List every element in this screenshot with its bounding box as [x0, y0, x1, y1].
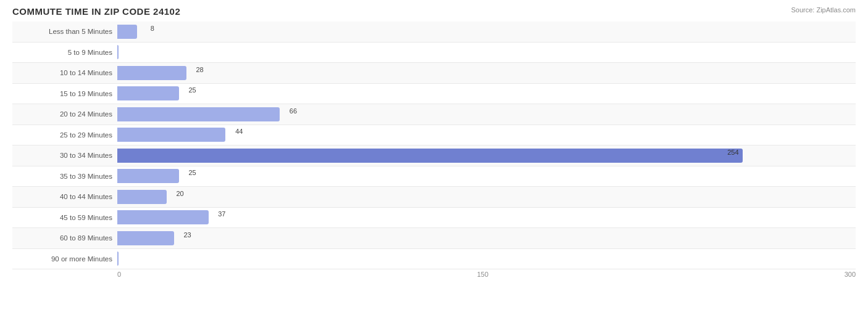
bar-track: [117, 249, 856, 269]
bar-value-label: 25: [188, 169, 196, 176]
bar-row: 10 to 14 Minutes28: [12, 63, 856, 84]
bar-track: 25: [117, 84, 856, 104]
bar-track: 37: [117, 208, 856, 228]
bar-row: 35 to 39 Minutes25: [12, 166, 856, 187]
bar-fill: 254: [117, 149, 743, 163]
bar-track: 20: [117, 187, 856, 207]
bar-rows: Less than 5 Minutes85 to 9 Minutes10 to …: [12, 22, 856, 269]
bar-value-label: 44: [235, 128, 243, 135]
chart-title: COMMUTE TIME IN ZIP CODE 24102: [12, 6, 856, 17]
bar-fill: 44: [117, 128, 225, 142]
bar-track: 8: [117, 22, 856, 42]
bar-row: 45 to 59 Minutes37: [12, 208, 856, 229]
bar-label: 25 to 29 Minutes: [12, 131, 117, 139]
x-axis-label: 150: [477, 271, 488, 284]
bar-value-label: 25: [188, 86, 196, 94]
bar-label: 20 to 24 Minutes: [12, 110, 117, 118]
bar-row: 60 to 89 Minutes23: [12, 228, 856, 249]
bar-label: 90 or more Minutes: [12, 255, 117, 263]
bar-row: 15 to 19 Minutes25: [12, 84, 856, 105]
bar-track: 25: [117, 166, 856, 187]
x-axis-label: 300: [845, 271, 856, 284]
chart-area: Less than 5 Minutes85 to 9 Minutes10 to …: [12, 22, 856, 283]
bar-track: 44: [117, 125, 856, 145]
bar-value-label: 66: [290, 107, 297, 115]
bar-track: 66: [117, 104, 856, 125]
bar-row: 30 to 34 Minutes254: [12, 145, 856, 166]
bar-label: 60 to 89 Minutes: [12, 234, 117, 242]
bar-value-label: 23: [183, 231, 191, 239]
bar-track: 28: [117, 63, 856, 83]
bar-fill: 66: [117, 107, 280, 121]
bar-fill: 25: [117, 86, 179, 100]
bar-label: 5 to 9 Minutes: [12, 49, 117, 56]
chart-source: Source: ZipAtlas.com: [791, 6, 856, 14]
bar-fill: [117, 45, 119, 59]
bar-label: 10 to 14 Minutes: [12, 69, 117, 76]
bar-row: 40 to 44 Minutes20: [12, 187, 856, 208]
bar-row: Less than 5 Minutes8: [12, 22, 856, 43]
bar-fill: 28: [117, 66, 186, 80]
bar-fill: [117, 251, 119, 266]
bar-fill: 20: [117, 190, 167, 204]
bar-track: 254: [117, 145, 856, 166]
bar-label: Less than 5 Minutes: [12, 28, 117, 35]
bar-row: 25 to 29 Minutes44: [12, 125, 856, 146]
bar-fill: 23: [117, 231, 174, 245]
bar-value-label: 37: [218, 210, 225, 218]
bar-track: [117, 43, 856, 63]
bar-fill: 25: [117, 169, 179, 183]
bar-label: 45 to 59 Minutes: [12, 214, 117, 221]
bar-value-label: 28: [196, 66, 203, 73]
x-axis-label: 0: [117, 271, 121, 284]
bar-row: 90 or more Minutes: [12, 249, 856, 270]
bar-fill: 8: [117, 25, 137, 39]
bar-label: 15 to 19 Minutes: [12, 90, 117, 97]
bar-row: 20 to 24 Minutes66: [12, 104, 856, 125]
x-axis-labels: 0150300: [117, 271, 856, 284]
x-axis: 0150300: [12, 271, 856, 284]
bar-value-label: 8: [151, 25, 154, 32]
bar-row: 5 to 9 Minutes: [12, 43, 856, 63]
bar-fill: 37: [117, 210, 209, 224]
bar-label: 40 to 44 Minutes: [12, 193, 117, 200]
bar-label: 35 to 39 Minutes: [12, 173, 117, 180]
chart-container: COMMUTE TIME IN ZIP CODE 24102 Source: Z…: [0, 0, 868, 323]
bar-value-label: 20: [176, 190, 183, 197]
bar-value-label: 254: [727, 149, 738, 156]
bar-label: 30 to 34 Minutes: [12, 152, 117, 159]
bar-track: 23: [117, 228, 856, 248]
